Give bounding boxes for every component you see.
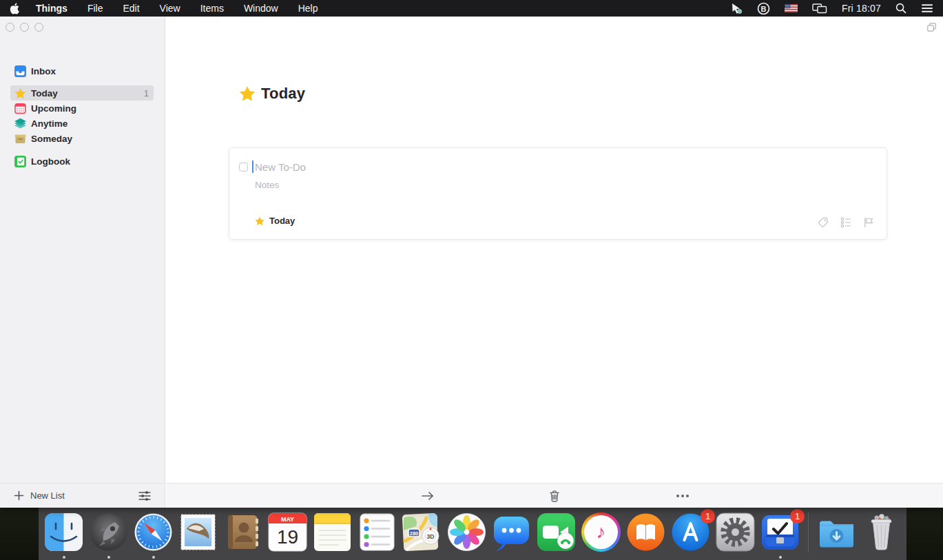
sidebar-item-upcoming[interactable]: Upcoming (0, 101, 165, 116)
dock-books[interactable] (626, 512, 665, 552)
svg-text:19: 19 (277, 526, 298, 548)
page-title: Today (239, 85, 305, 103)
apple-logo-icon (10, 3, 19, 14)
sidebar-item-label: Anytime (31, 118, 68, 129)
dock-photos[interactable] (447, 512, 486, 552)
menu-bar-clock[interactable]: Fri 18:07 (842, 3, 881, 14)
sidebar-item-inbox[interactable]: Inbox (0, 63, 165, 79)
menu-edit[interactable]: Edit (123, 3, 139, 14)
ellipsis-icon (676, 494, 690, 498)
sidebar-footer: New List (0, 483, 165, 508)
sidebar-item-logbook[interactable]: Logbook (0, 154, 165, 169)
more-actions-button[interactable] (676, 484, 690, 508)
dock-itunes[interactable]: ♪ (581, 512, 621, 552)
minimize-window-button[interactable] (20, 23, 29, 32)
close-window-button[interactable] (6, 23, 14, 32)
notification-center-icon[interactable] (921, 3, 933, 13)
sidebar-item-anytime[interactable]: Anytime (0, 116, 165, 131)
sidebar-nav: Inbox Today 1 Upcoming Anytime (0, 63, 165, 169)
plus-icon (14, 490, 24, 501)
input-source-us-flag-icon[interactable] (785, 4, 798, 12)
dock-separator (808, 512, 809, 552)
page-title-text: Today (261, 85, 305, 103)
todo-when-label: Today (269, 216, 295, 226)
new-todo-editor: New To-Do Notes Today (229, 147, 887, 240)
sidebar-item-today[interactable]: Today 1 (10, 85, 154, 101)
menu-help[interactable]: Help (298, 3, 318, 14)
arrow-right-icon (421, 491, 435, 501)
trash-icon (549, 490, 560, 502)
sidebar-item-label: Logbook (31, 156, 70, 167)
menu-items[interactable]: Items (200, 3, 224, 14)
dock-reminders[interactable] (357, 512, 397, 552)
sidebar-item-someday[interactable]: Someday (0, 131, 165, 146)
displays-icon[interactable] (812, 3, 827, 14)
dock-messages[interactable] (492, 512, 531, 552)
delete-button[interactable] (549, 484, 560, 508)
screen-sharing-icon[interactable] (731, 3, 743, 14)
dock-safari[interactable] (134, 512, 173, 552)
dock-finder[interactable] (44, 512, 83, 552)
dock-launchpad[interactable] (89, 512, 128, 552)
todo-checkbox[interactable] (239, 163, 248, 172)
dock-downloads-folder[interactable] (817, 512, 856, 552)
menu-bar: Things File Edit View Items Window Help … (0, 0, 943, 17)
svg-text:B: B (760, 4, 766, 12)
new-list-button[interactable]: New List (14, 490, 65, 501)
new-list-label: New List (30, 490, 65, 501)
sidebar-item-label: Upcoming (31, 103, 76, 114)
things-window: Inbox Today 1 Upcoming Anytime (0, 17, 943, 508)
window-picture-in-picture-button[interactable] (926, 22, 937, 35)
upcoming-calendar-icon (14, 103, 26, 114)
move-button[interactable] (421, 484, 435, 508)
todo-notes-input[interactable]: Notes (255, 180, 279, 190)
dock-notes[interactable] (313, 512, 352, 552)
apple-menu[interactable] (10, 3, 19, 14)
itunes-ring: ♪ (581, 512, 621, 552)
desktop-wallpaper: MAY19 2803D ♪ 1 (0, 508, 943, 560)
overlapping-windows-icon (926, 22, 937, 32)
view-options-button[interactable] (138, 490, 151, 501)
svg-text:3D: 3D (427, 533, 435, 540)
menu-window[interactable]: Window (244, 3, 278, 14)
add-deadline-flag-icon[interactable] (863, 217, 874, 228)
todo-when-tag[interactable]: Today (255, 216, 295, 226)
music-note-icon: ♪ (584, 515, 618, 549)
dock: MAY19 2803D ♪ 1 (39, 508, 906, 560)
someday-box-icon (14, 133, 26, 145)
sidebar-item-label: Today (31, 88, 58, 98)
sidebar-item-label: Someday (31, 134, 72, 144)
today-count-badge: 1 (144, 88, 149, 98)
dock-things[interactable]: 1 (760, 512, 800, 552)
notification-badge: 1 (701, 509, 715, 523)
todo-title-input[interactable]: New To-Do (255, 161, 306, 173)
spotlight-search-icon[interactable] (895, 3, 906, 14)
dock-trash[interactable] (862, 512, 901, 552)
sidebar: Inbox Today 1 Upcoming Anytime (0, 17, 165, 508)
sidebar-item-label: Inbox (31, 66, 56, 76)
dock-facetime[interactable] (537, 512, 576, 552)
add-tag-icon[interactable] (818, 217, 829, 228)
menu-view[interactable]: View (160, 3, 180, 14)
inbox-icon (14, 65, 26, 77)
zoom-window-button[interactable] (34, 23, 43, 32)
menu-things[interactable]: Things (36, 3, 68, 14)
dock-maps[interactable]: 2803D (402, 512, 442, 552)
dock-system-preferences[interactable] (716, 512, 755, 552)
dock-mail[interactable] (178, 512, 218, 552)
logbook-icon (14, 156, 26, 167)
notification-badge: 1 (790, 509, 805, 523)
dock-contacts[interactable] (223, 512, 262, 552)
main-toolbar (166, 483, 943, 508)
anytime-layers-icon (14, 118, 26, 129)
today-star-icon-large (239, 85, 256, 102)
running-indicator (107, 556, 110, 559)
menu-file[interactable]: File (87, 3, 103, 14)
dock-calendar[interactable]: MAY19 (268, 512, 307, 552)
text-caret (252, 160, 253, 173)
dock-app-store[interactable]: 1 (671, 512, 710, 552)
today-star-icon-small (255, 216, 265, 226)
b-circle-icon[interactable]: B (757, 2, 770, 15)
sliders-icon (138, 490, 151, 501)
add-checklist-icon[interactable] (840, 217, 851, 228)
